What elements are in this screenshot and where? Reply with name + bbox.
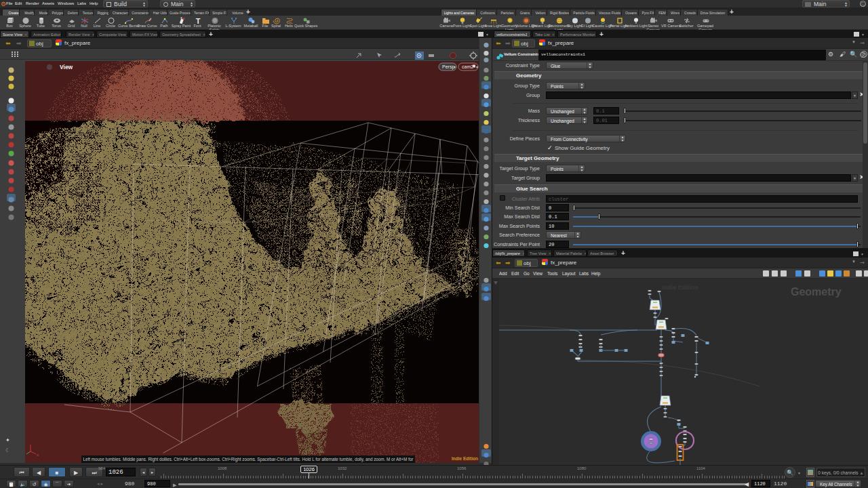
svg-text:▼: ▼: [453, 65, 456, 69]
svg-text:T: T: [195, 17, 200, 24]
svg-text:cam2: cam2: [462, 64, 473, 69]
svg-text:x: x: [37, 453, 39, 457]
svg-text:Geometry: Geometry: [791, 286, 842, 298]
svg-text:▼: ▼: [475, 65, 479, 69]
svg-text:View: View: [60, 64, 73, 70]
svg-text:Indie Edition: Indie Edition: [662, 284, 698, 291]
